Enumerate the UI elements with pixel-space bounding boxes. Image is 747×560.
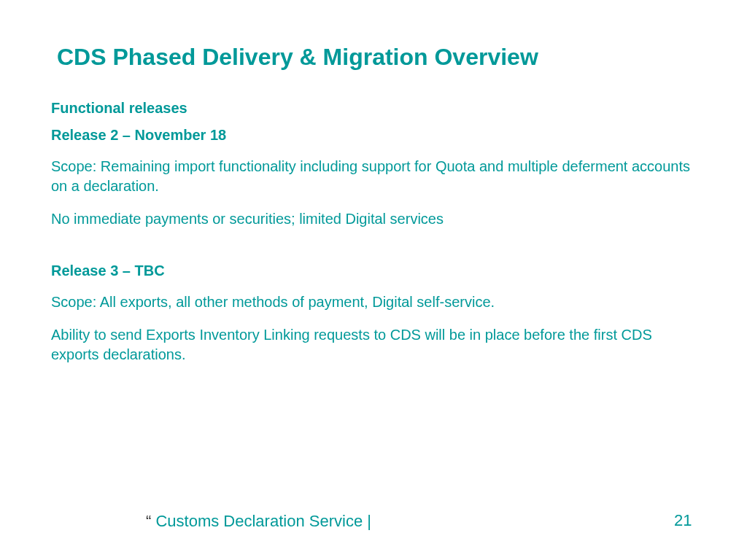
page-number: 21 [674, 512, 689, 529]
release-2-note: No immediate payments or securities; lim… [51, 209, 696, 229]
footer-service-name: Customs Declaration Service [155, 512, 367, 530]
footer-left: “ Customs Declaration Service | [146, 512, 371, 531]
release-3-title: Release 3 – TBC [51, 262, 696, 279]
release-2-scope: Scope: Remaining import functionality in… [51, 157, 696, 196]
content-area: Functional releases Release 2 – November… [51, 100, 696, 365]
footer-separator: | [367, 512, 371, 530]
slide-container: CDS Phased Delivery & Migration Overview… [0, 0, 747, 560]
section-header-functional: Functional releases [51, 100, 696, 117]
footer-quote-mark: “ [146, 512, 155, 530]
footer: “ Customs Declaration Service | 21 [0, 512, 747, 531]
release-2-title: Release 2 – November 18 [51, 127, 696, 144]
section-gap [51, 242, 696, 262]
release-3-scope: Scope: All exports, all other methods of… [51, 292, 696, 312]
release-3-note: Ability to send Exports Inventory Linkin… [51, 325, 696, 365]
page-title: CDS Phased Delivery & Migration Overview [57, 44, 696, 71]
